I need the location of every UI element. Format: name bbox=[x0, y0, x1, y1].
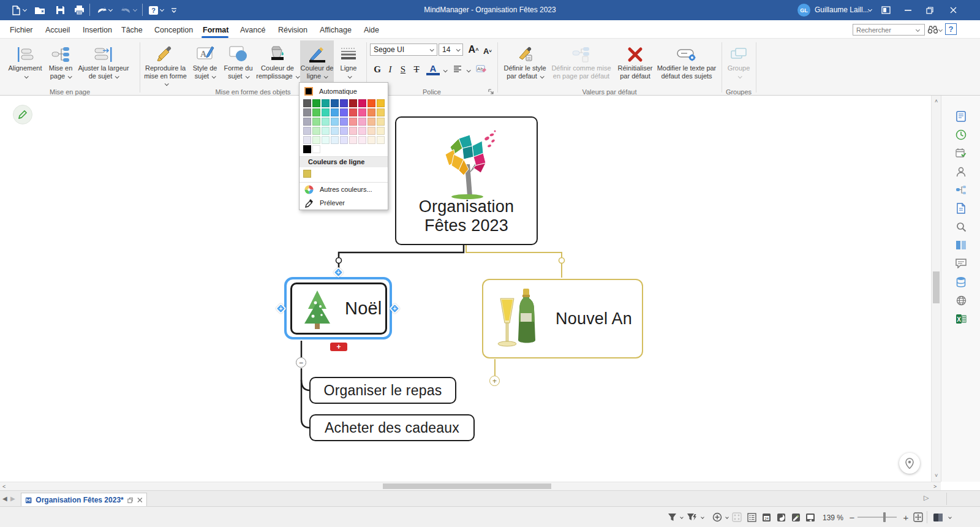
binoculars-icon[interactable] bbox=[927, 25, 938, 34]
color-swatch[interactable] bbox=[340, 127, 348, 135]
add-subtopic-button[interactable]: + bbox=[330, 343, 347, 351]
grow-font-button[interactable]: A˄ bbox=[467, 42, 480, 57]
color-swatch[interactable] bbox=[340, 99, 348, 107]
ribbon-help-icon[interactable]: ? bbox=[945, 23, 957, 35]
color-swatch[interactable] bbox=[349, 136, 357, 144]
color-swatch[interactable] bbox=[331, 136, 339, 144]
tab-insertion[interactable]: Insertion bbox=[80, 24, 115, 36]
map-parts-icon[interactable] bbox=[954, 183, 968, 197]
outline-icon[interactable] bbox=[746, 512, 757, 523]
search-input[interactable] bbox=[853, 24, 925, 36]
restore-button[interactable] bbox=[919, 0, 941, 20]
power-filter-caret-icon[interactable] bbox=[701, 515, 704, 519]
location-pin-icon[interactable] bbox=[899, 453, 920, 474]
color-swatch[interactable] bbox=[331, 127, 339, 135]
style-de-sujet-button[interactable]: A Style de sujet bbox=[189, 40, 221, 80]
resources-icon[interactable] bbox=[954, 164, 968, 179]
clear-format-button[interactable]: Ab bbox=[474, 62, 489, 77]
font-color-caret-icon[interactable] bbox=[443, 68, 448, 72]
minimize-button[interactable] bbox=[897, 0, 919, 20]
color-swatch[interactable] bbox=[312, 145, 320, 153]
tab-accueil[interactable]: Accueil bbox=[43, 24, 72, 36]
web-icon[interactable] bbox=[954, 293, 968, 308]
search-icon[interactable] bbox=[954, 219, 968, 234]
user-name[interactable]: Guillaume Laill... bbox=[815, 6, 869, 14]
color-swatch[interactable] bbox=[322, 136, 330, 144]
filter-icon[interactable] bbox=[666, 512, 677, 523]
horizontal-scrollbar[interactable]: < > bbox=[0, 482, 941, 490]
color-swatch[interactable] bbox=[358, 127, 366, 135]
color-swatch[interactable] bbox=[368, 136, 375, 144]
edit-mode-pencil-icon[interactable] bbox=[13, 105, 32, 124]
couleur-de-ligne-button[interactable]: Couleur de ligne bbox=[300, 40, 334, 88]
balance-icon[interactable] bbox=[731, 512, 742, 523]
mise-en-page-button[interactable]: Mise en page bbox=[45, 40, 76, 80]
color-swatch[interactable] bbox=[368, 108, 375, 116]
calendar-24-icon[interactable]: 24 bbox=[761, 512, 772, 523]
tags-icon[interactable] bbox=[775, 512, 786, 523]
more-colors-item[interactable]: Autres couleurs... bbox=[300, 183, 388, 195]
vertical-scrollbar-thumb[interactable] bbox=[933, 271, 940, 303]
strikethrough-button[interactable]: T bbox=[410, 62, 423, 77]
tab-avance[interactable]: Avancé bbox=[238, 24, 268, 36]
document-tab[interactable]: Organisation Fêtes 2023* bbox=[21, 493, 147, 507]
ligne-button[interactable]: Ligne bbox=[336, 40, 361, 80]
noel-topic[interactable]: Noël bbox=[290, 282, 387, 335]
pick-color-item[interactable]: Prélever bbox=[300, 197, 388, 209]
forme-du-sujet-button[interactable]: Forme du sujet bbox=[222, 40, 255, 80]
horizontal-scrollbar-thumb[interactable] bbox=[383, 483, 551, 489]
fit-map-icon[interactable] bbox=[913, 512, 924, 523]
color-swatch[interactable] bbox=[340, 118, 348, 126]
collapse-button-noel[interactable]: − bbox=[296, 357, 306, 368]
excel-icon[interactable]: X bbox=[954, 311, 968, 326]
zoom-slider-thumb[interactable] bbox=[883, 512, 886, 522]
color-swatch[interactable] bbox=[368, 118, 375, 126]
panel-toggle-icon[interactable] bbox=[932, 512, 943, 523]
scroll-right-icon[interactable]: > bbox=[933, 484, 937, 490]
zoom-in-icon[interactable]: + bbox=[900, 512, 911, 523]
vertical-scrollbar[interactable]: ˄ ˅ bbox=[931, 96, 941, 482]
color-swatch[interactable] bbox=[322, 118, 330, 126]
color-swatch[interactable] bbox=[368, 99, 375, 107]
underline-button[interactable]: S bbox=[397, 62, 409, 77]
automatic-color-item[interactable]: Automatique bbox=[300, 85, 388, 97]
color-swatch[interactable] bbox=[312, 108, 320, 116]
detach-tab-icon[interactable] bbox=[127, 497, 134, 504]
font-family-select[interactable]: Segoe UI bbox=[370, 44, 437, 56]
close-tab-icon[interactable] bbox=[137, 497, 143, 503]
color-swatch[interactable] bbox=[349, 108, 357, 116]
color-swatch[interactable] bbox=[349, 127, 357, 135]
expand-button-nouvel-an[interactable]: + bbox=[489, 376, 500, 386]
color-swatch[interactable] bbox=[358, 108, 366, 116]
alignement-button[interactable]: Alignement bbox=[7, 40, 43, 80]
tab-tache[interactable]: Tâche bbox=[119, 24, 145, 36]
italic-button[interactable]: I bbox=[385, 62, 396, 77]
marker-icon[interactable] bbox=[790, 512, 801, 523]
font-color-button[interactable]: A bbox=[426, 63, 440, 75]
color-swatch[interactable] bbox=[331, 99, 339, 107]
color-swatch[interactable] bbox=[312, 118, 320, 126]
presentation-icon[interactable] bbox=[805, 512, 816, 523]
reinitialiser-defaut-button[interactable]: Réinitialiser par défaut bbox=[616, 40, 654, 80]
tab-fichier[interactable]: Fichier bbox=[7, 24, 36, 36]
color-swatch[interactable] bbox=[331, 108, 339, 116]
color-swatch[interactable] bbox=[303, 118, 311, 126]
color-swatch[interactable] bbox=[312, 136, 320, 144]
tabs-scroll-right-icon[interactable]: ▶ bbox=[10, 496, 15, 501]
tab-revision[interactable]: Révision bbox=[276, 24, 310, 36]
scroll-up-icon[interactable]: ˄ bbox=[935, 99, 938, 104]
calendar-icon[interactable] bbox=[954, 146, 968, 161]
color-swatch[interactable] bbox=[303, 108, 311, 116]
tab-conception[interactable]: Conception bbox=[152, 24, 195, 36]
tabs-overflow-icon[interactable]: ▷ bbox=[924, 495, 929, 501]
power-filter-icon[interactable] bbox=[686, 512, 697, 523]
color-swatch[interactable] bbox=[377, 99, 385, 107]
color-swatch[interactable] bbox=[303, 99, 311, 107]
color-swatch[interactable] bbox=[377, 118, 385, 126]
color-swatch[interactable] bbox=[377, 108, 385, 116]
color-swatch[interactable] bbox=[358, 136, 366, 144]
tab-format[interactable]: Format bbox=[200, 24, 231, 36]
color-swatch[interactable] bbox=[322, 108, 330, 116]
show-hide-icon[interactable] bbox=[712, 512, 723, 523]
color-swatch[interactable] bbox=[303, 170, 311, 178]
